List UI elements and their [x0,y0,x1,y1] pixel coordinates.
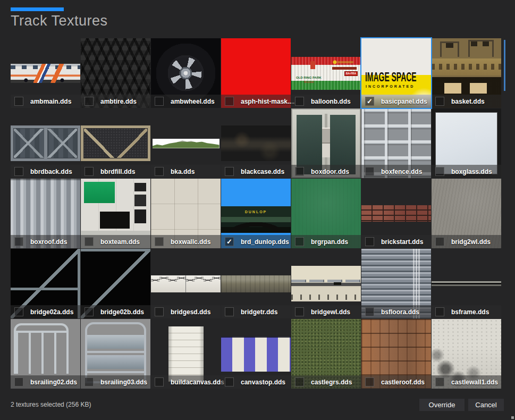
texture-checkbox[interactable] [435,307,444,316]
texture-checkbox[interactable] [85,167,94,176]
texture-checkbox[interactable] [14,377,23,387]
texture-tile-basket[interactable]: basket.dds [432,38,501,108]
texture-tile-bbrdfill[interactable]: bbrdfill.dds [81,108,150,178]
texture-tile-brickstart[interactable]: brickstart.dds [361,179,431,248]
texture-tile-bridgesd[interactable]: bridgesd.dds [151,249,221,318]
texture-checkbox[interactable]: ✓ [225,237,234,246]
texture-checkbox[interactable] [225,97,234,106]
texture-caption: boxwallc.dds [151,235,221,248]
texture-tile-balloonb[interactable]: OLD RING PARKBrunockBA-FRAballoonb.dds [291,38,361,108]
texture-checkbox[interactable] [85,97,94,106]
texture-tile-bbrdback[interactable]: bbrdback.dds [11,108,80,178]
texture-checkbox[interactable] [155,167,164,176]
texture-checkbox[interactable] [155,307,164,316]
texture-caption: buildacanvas.dds [151,375,221,389]
texture-checkbox[interactable] [295,377,304,387]
resize-grip[interactable] [511,416,514,419]
checkmark-icon: ✓ [367,98,373,105]
texture-checkbox[interactable] [85,377,94,387]
scrollbar-thumb[interactable] [504,40,505,91]
texture-caption: boxglass.dds [432,165,501,178]
texture-checkbox[interactable] [365,167,374,176]
texture-checkbox[interactable] [85,307,94,316]
texture-tile-asph[interactable]: asph-hist-mask.... [221,38,291,108]
texture-caption: bsframe.dds [432,305,501,318]
texture-tile-castlewall1[interactable]: castlewall1.dds [432,319,501,389]
texture-tile-bsfloora[interactable]: bsfloora.dds [361,249,431,318]
texture-caption: bridgesd.dds [151,305,221,318]
texture-caption: ✓brd_dunlop.dds [221,235,291,248]
texture-tile-boxdoor[interactable]: boxdoor.dds [291,108,361,178]
texture-filename: castlewall1.dds [451,379,498,386]
texture-tile-ambmain[interactable]: ambmain.dds [11,38,80,108]
texture-tile-castleroof[interactable]: castleroof.dds [361,319,431,389]
texture-tile-boxglass[interactable]: boxglass.dds [432,108,501,178]
texture-tile-brd_dunlop[interactable]: DUNLOP✓brd_dunlop.dds [221,179,291,248]
texture-checkbox[interactable] [14,237,23,246]
basicpanel-overlay-line1: IMAGE SPACE [365,70,417,85]
texture-checkbox[interactable] [155,97,164,106]
texture-checkbox[interactable] [225,377,234,387]
texture-caption: bsfloora.dds [361,305,431,318]
texture-tile-bridge02a[interactable]: bridge02a.dds [11,249,80,318]
texture-tile-canvastop[interactable]: canvastop.dds [221,319,291,389]
texture-checkbox[interactable] [365,237,374,246]
texture-checkbox[interactable] [365,377,374,387]
texture-filename: canvastop.dds [241,379,285,386]
texture-filename: ambwheel.dds [171,98,215,105]
texture-checkbox[interactable] [155,237,164,246]
texture-checkbox[interactable] [14,307,23,316]
texture-checkbox[interactable] [295,307,304,316]
texture-checkbox[interactable] [435,377,444,387]
texture-tile-boxfence[interactable]: boxfence.dds [361,108,431,178]
texture-checkbox[interactable]: ✓ [365,97,374,106]
texture-tile-bsrailing02[interactable]: bsrailing02.dds [11,319,80,389]
texture-caption: bsrailing03.dds [81,375,150,389]
texture-tile-bridge02b[interactable]: bridge02b.dds [81,249,150,318]
texture-tile-castlegrs[interactable]: castlegrs.dds [291,319,361,389]
texture-checkbox[interactable] [365,307,374,316]
texture-tile-bsrailing03[interactable]: bsrailing03.dds [81,319,150,389]
texture-checkbox[interactable] [295,237,304,246]
texture-checkbox[interactable] [435,167,444,176]
texture-tile-buildacanvas[interactable]: buildacanvas.dds [151,319,221,389]
texture-tile-brgrpan[interactable]: brgrpan.dds [291,179,361,248]
texture-checkbox[interactable] [295,167,304,176]
texture-caption: bbrdback.dds [11,165,80,178]
texture-tile-boxwallc[interactable]: boxwallc.dds [151,179,221,248]
texture-tile-bridgetr[interactable]: bridgetr.dds [221,249,291,318]
texture-tile-boxroof[interactable]: boxroof.dds [11,179,80,248]
bsframe-thumbnail [432,281,501,286]
texture-tile-bsframe[interactable]: bsframe.dds [432,249,501,318]
checkmark-icon: ✓ [226,238,232,245]
texture-tile-blackcase[interactable]: blackcase.dds [221,108,291,178]
cancel-button[interactable]: Cancel [468,399,504,411]
texture-filename: castleroof.dds [381,379,425,386]
texture-caption: castlegrs.dds [291,375,361,389]
texture-tile-ambtire[interactable]: ambtire.dds [81,38,150,108]
texture-checkbox[interactable] [14,97,23,106]
texture-filename: boxwallc.dds [171,238,210,246]
texture-caption: bridgewl.dds [291,305,361,318]
texture-tile-boxteam[interactable]: boxteam.dds [81,179,150,248]
texture-tile-bridg2wl[interactable]: bridg2wl.dds [432,179,501,248]
texture-checkbox[interactable] [435,97,444,106]
texture-checkbox[interactable] [225,307,234,316]
texture-tile-bridgewl[interactable]: bridgewl.dds [291,249,361,318]
texture-caption: blackcase.dds [221,165,291,178]
texture-checkbox[interactable] [14,167,23,176]
texture-tile-ambwheel[interactable]: ambwheel.dds [151,38,221,108]
texture-caption: ✓basicpanel.dds [361,95,431,108]
texture-caption: ambwheel.dds [151,95,221,108]
texture-checkbox[interactable] [85,237,94,246]
texture-checkbox[interactable] [225,167,234,176]
texture-tile-basicpanel[interactable]: IMAGE SPACEINCORPORATED✓basicpanel.dds [361,38,431,108]
texture-checkbox[interactable] [155,377,164,387]
texture-caption: boxfence.dds [361,165,431,178]
texture-filename: balloonb.dds [311,98,351,105]
texture-tile-bka[interactable]: bka.dds [151,108,221,178]
texture-caption: bridg2wl.dds [432,235,501,248]
texture-checkbox[interactable] [295,97,304,106]
texture-checkbox[interactable] [435,237,444,246]
override-button[interactable]: Override [419,399,465,411]
